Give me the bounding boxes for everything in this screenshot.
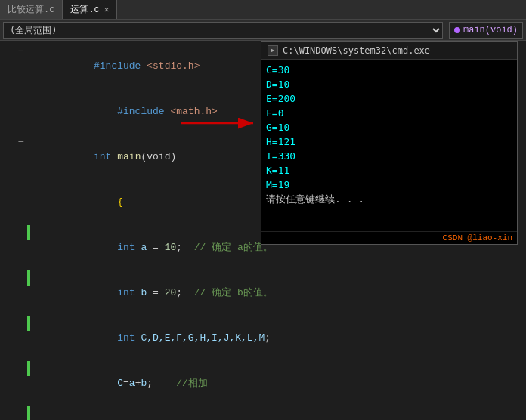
line-content-4: { (32, 180, 280, 225)
green-bar-9 (27, 406, 30, 420)
tab-yunsuan-label: 运算.c (70, 3, 99, 16)
cmd-body: C=30 D=10 E=200 F=0 G=10 H=121 I=330 K=1… (261, 60, 517, 231)
line-content-8: C=a+b; //相加 (32, 361, 280, 406)
no-bar-4 (27, 180, 30, 195)
line-content-3: int main(void) (32, 134, 280, 180)
line-content-1: #include <stdio.h> (32, 44, 280, 89)
no-bar-3 (27, 134, 30, 150)
cmd-output-prompt: 请按任意键继续. . . (266, 192, 512, 206)
cmd-output-d: D=10 (266, 77, 512, 91)
code-line-7: int C,D,E,F,G,H,I,J,K,L,M; // (0, 316, 280, 361)
gutter-3: − (0, 134, 27, 150)
cmd-title-text: C:\WINDOWS\system32\cmd.exe (283, 45, 430, 56)
cmd-output-k: K=11 (266, 163, 512, 178)
code-line-1: − #include <stdio.h> (0, 44, 280, 89)
cmd-app-icon: ▶ (268, 45, 278, 56)
line-content-5: int a = 10; // 确定 a的值。 (32, 225, 280, 270)
scope-select-left[interactable]: (全局范围) (3, 22, 443, 39)
cmd-output-m: M=19 (266, 178, 512, 192)
purple-dot-icon (454, 27, 460, 33)
tab-bar: 比较运算.c 运算.c ✕ (0, 0, 526, 20)
tab-yunsuan[interactable]: 运算.c ✕ (63, 0, 117, 19)
cmd-output-g: G=10 (266, 120, 512, 134)
code-line-3: − int main(void) (0, 134, 280, 180)
keyword-include-1: #include (94, 60, 141, 72)
green-bar-8 (27, 361, 30, 376)
cmd-output-e: E=200 (266, 91, 512, 106)
gutter-1: − (0, 44, 27, 59)
green-bar-7 (27, 316, 30, 331)
code-line-8: C=a+b; //相加 (0, 361, 280, 406)
fold-minus-icon-3[interactable]: − (18, 134, 24, 150)
main-area: − #include <stdio.h> #include <math.h> − (0, 41, 526, 420)
code-line-4: { (0, 180, 280, 225)
line-content-2: #include <math.h> (32, 89, 280, 134)
line-content-9: D=b-a; //相减 (32, 406, 280, 420)
cmd-window: ▶ C:\WINDOWS\system32\cmd.exe C=30 D=10 … (261, 41, 518, 245)
scope-display-right: main(void) (449, 22, 523, 39)
cmd-output-f: F=0 (266, 106, 512, 120)
code-line-2: #include <math.h> (0, 89, 280, 134)
cmd-output-i: I=330 (266, 149, 512, 163)
no-bar-1 (27, 44, 30, 59)
green-bar-5 (27, 225, 30, 240)
close-icon[interactable]: ✕ (104, 5, 110, 14)
green-bar-6 (27, 270, 30, 286)
scope-bar: (全局范围) main(void) (0, 20, 526, 41)
scope-right-label: main(void) (463, 25, 518, 36)
cmd-output-c: C=30 (266, 63, 512, 77)
tab-bijiao[interactable]: 比较运算.c (0, 0, 63, 19)
no-bar-2 (27, 89, 30, 104)
code-lines: − #include <stdio.h> #include <math.h> − (0, 41, 280, 420)
line-content-6: int b = 20; // 确定 b的值。 (32, 270, 280, 316)
tab-bijiao-label: 比较运算.c (8, 3, 54, 16)
fold-minus-icon-1[interactable]: − (18, 44, 24, 59)
cmd-footer-text: CSDN @liao-xin (261, 231, 517, 244)
cmd-titlebar: ▶ C:\WINDOWS\system32\cmd.exe (261, 42, 517, 60)
cmd-output-h: H=121 (266, 134, 512, 149)
code-line-6: int b = 20; // 确定 b的值。 (0, 270, 280, 316)
code-editor: − #include <stdio.h> #include <math.h> − (0, 41, 280, 420)
code-line-5: int a = 10; // 确定 a的值。 (0, 225, 280, 270)
code-line-9: D=b-a; //相减 (0, 406, 280, 420)
line-content-7: int C,D,E,F,G,H,I,J,K,L,M; // (32, 316, 280, 361)
